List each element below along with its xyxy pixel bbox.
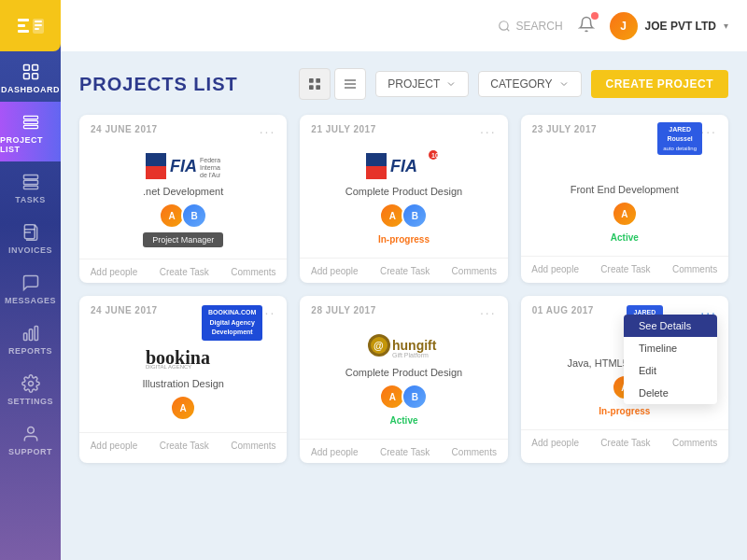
avatar-row: A B bbox=[159, 203, 207, 229]
svg-rect-8 bbox=[32, 65, 37, 71]
card-body: @ hungift Gift Platform Complete Product… bbox=[300, 320, 507, 439]
header-controls: PROJECT CATEGORY CREATE PROJECT bbox=[299, 68, 728, 100]
svg-rect-0 bbox=[18, 19, 29, 21]
status-badge: Project Manager bbox=[143, 232, 223, 247]
page-content: PROJECTS LIST PROJECT CATEGORY bbox=[61, 51, 747, 560]
context-menu: See Details Timeline Edit Delete bbox=[624, 315, 717, 404]
svg-rect-37 bbox=[366, 153, 387, 166]
avatar: B bbox=[402, 203, 428, 229]
brand-logo: FIA Federation Internationale de l'Auto bbox=[146, 147, 220, 182]
svg-rect-5 bbox=[35, 24, 42, 26]
svg-point-23 bbox=[499, 21, 507, 29]
add-people-button[interactable]: Add people bbox=[311, 266, 359, 276]
sidebar-item-tasks[interactable]: TASKS bbox=[0, 161, 61, 212]
sidebar-item-invoices[interactable]: INVOICES bbox=[0, 212, 61, 262]
main-content: SEARCH J JOE PVT LTD ▾ PROJECTS LIST bbox=[61, 0, 747, 560]
card-body: Front End Development A Active bbox=[521, 139, 728, 256]
add-people-button[interactable]: Add people bbox=[311, 447, 359, 457]
project-grid: 24 JUNE 2017 ··· FIA Federation Internat… bbox=[79, 115, 728, 463]
context-menu-delete[interactable]: Delete bbox=[624, 382, 717, 404]
comments-button[interactable]: Comments bbox=[672, 264, 717, 274]
sidebar-item-support[interactable]: SUPPORT bbox=[0, 413, 61, 464]
topbar: SEARCH J JOE PVT LTD ▾ bbox=[61, 0, 747, 51]
avatar-row: A bbox=[612, 201, 638, 227]
comments-button[interactable]: Comments bbox=[452, 266, 497, 276]
add-people-button[interactable]: Add people bbox=[531, 264, 579, 274]
add-people-button[interactable]: Add people bbox=[91, 267, 138, 277]
add-people-button[interactable]: Add people bbox=[91, 441, 138, 451]
svg-rect-27 bbox=[317, 85, 321, 90]
comments-button[interactable]: Comments bbox=[452, 447, 497, 457]
search-box[interactable]: SEARCH bbox=[498, 20, 563, 33]
create-task-button[interactable]: Create Task bbox=[600, 438, 650, 448]
create-project-button[interactable]: CREATE PROJECT bbox=[591, 70, 728, 98]
svg-rect-18 bbox=[23, 333, 26, 341]
card-body: FIA Federation Internationale de l'Auto … bbox=[79, 139, 287, 259]
sidebar: DASHBOARD PROJECT LIST TASKS INVOICES ME… bbox=[0, 0, 61, 560]
card-footer: Add people Create Task Comments bbox=[521, 429, 728, 454]
create-task-button[interactable]: Create Task bbox=[160, 441, 209, 451]
svg-rect-13 bbox=[23, 125, 37, 128]
svg-rect-9 bbox=[23, 74, 29, 79]
brand-badge: BOOKINA.COMDigital AgencyDevelopment bbox=[202, 305, 262, 341]
card-body: FIA 10 Complete Product Design A B In-pr… bbox=[300, 139, 507, 258]
create-task-button[interactable]: Create Task bbox=[600, 264, 650, 274]
svg-rect-14 bbox=[23, 175, 37, 179]
context-menu-edit[interactable]: Edit bbox=[624, 359, 717, 382]
svg-rect-25 bbox=[317, 78, 321, 83]
project-card: 24 JUNE 2017 ··· FIA Federation Internat… bbox=[79, 115, 287, 283]
brand-badge: JAREDRousselauto detailing bbox=[657, 122, 702, 155]
svg-text:Federation: Federation bbox=[200, 157, 220, 163]
card-date: 23 JULY 2017 bbox=[532, 124, 597, 134]
sidebar-item-dashboard[interactable]: DASHBOARD bbox=[0, 51, 61, 102]
page-title: PROJECTS LIST bbox=[79, 74, 238, 95]
card-menu-button[interactable]: ··· bbox=[480, 305, 497, 320]
sidebar-item-project-list[interactable]: PROJECT LIST bbox=[0, 102, 61, 161]
create-task-button[interactable]: Create Task bbox=[380, 266, 430, 276]
card-header: 21 JULY 2017 ··· bbox=[300, 115, 507, 139]
svg-rect-19 bbox=[29, 329, 32, 341]
status-badge: Active bbox=[603, 231, 646, 245]
svg-text:FIA: FIA bbox=[390, 157, 417, 175]
card-footer: Add people Create Task Comments bbox=[300, 439, 507, 463]
category-filter-dropdown[interactable]: CATEGORY bbox=[478, 71, 581, 97]
svg-rect-20 bbox=[35, 327, 37, 341]
create-task-button[interactable]: Create Task bbox=[380, 447, 430, 457]
user-name: JOE PVT LTD bbox=[645, 20, 716, 33]
card-footer: Add people Create Task Comments bbox=[300, 258, 507, 282]
svg-rect-16 bbox=[23, 186, 37, 189]
card-menu-button[interactable]: ··· bbox=[260, 124, 276, 139]
project-filter-label: PROJECT bbox=[388, 77, 440, 91]
svg-rect-12 bbox=[23, 120, 37, 123]
sidebar-item-messages[interactable]: MESSAGES bbox=[0, 262, 61, 313]
comments-button[interactable]: Comments bbox=[672, 438, 717, 448]
context-menu-see-details[interactable]: See Details bbox=[624, 315, 717, 337]
project-name: .net Development bbox=[143, 186, 223, 197]
create-task-button[interactable]: Create Task bbox=[160, 267, 209, 277]
avatar: A bbox=[170, 395, 196, 421]
card-header: 28 JULY 2017 ··· bbox=[300, 296, 507, 320]
svg-point-21 bbox=[28, 382, 33, 386]
sidebar-item-label: MESSAGES bbox=[5, 296, 56, 305]
grid-view-button[interactable] bbox=[299, 68, 331, 100]
avatar-row: A bbox=[170, 395, 196, 421]
add-people-button[interactable]: Add people bbox=[531, 438, 579, 448]
card-menu-button[interactable]: ··· bbox=[700, 124, 717, 139]
status-badge: In-progress bbox=[371, 232, 437, 246]
brand-logo: FIA 10 bbox=[366, 147, 441, 182]
list-view-button[interactable] bbox=[334, 68, 366, 100]
sidebar-item-settings[interactable]: SETTINGS bbox=[0, 363, 61, 413]
svg-rect-11 bbox=[23, 116, 37, 119]
app-logo[interactable] bbox=[0, 0, 61, 51]
context-menu-timeline[interactable]: Timeline bbox=[624, 337, 717, 359]
notification-bell[interactable] bbox=[578, 16, 595, 36]
card-menu-button[interactable]: ··· bbox=[480, 124, 497, 139]
notification-badge bbox=[591, 12, 599, 20]
card-date: 24 JUNE 2017 bbox=[91, 124, 158, 134]
user-menu[interactable]: J JOE PVT LTD ▾ bbox=[610, 12, 728, 40]
comments-button[interactable]: Comments bbox=[231, 267, 275, 277]
svg-rect-31 bbox=[146, 153, 166, 166]
project-filter-dropdown[interactable]: PROJECT bbox=[375, 71, 469, 97]
comments-button[interactable]: Comments bbox=[231, 441, 275, 451]
sidebar-item-reports[interactable]: REPORTS bbox=[0, 313, 61, 363]
